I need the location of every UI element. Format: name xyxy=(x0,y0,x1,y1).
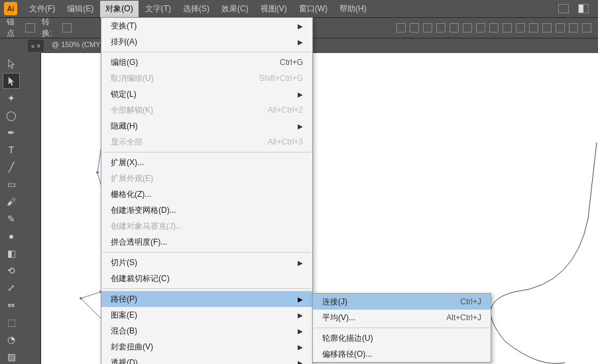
dd-item-12[interactable]: 栅格化(Z)... xyxy=(101,186,312,202)
dd-item-21[interactable]: 图案(E)▶ xyxy=(101,307,312,323)
dd-label-21: 图案(E) xyxy=(111,310,137,321)
rotate-tool[interactable]: ⟲ xyxy=(3,263,20,278)
sm-label-1: 平均(V)... xyxy=(322,312,355,324)
align-4[interactable] xyxy=(436,23,446,32)
layout-icon-1[interactable] xyxy=(558,4,569,13)
menu-1[interactable]: 编辑(E) xyxy=(62,1,99,17)
dd-item-14: 创建对象马赛克(J)... xyxy=(101,218,312,234)
dd-sep-2 xyxy=(103,52,311,52)
sm-shortcut-1: Alt+Ctrl+J xyxy=(446,313,481,322)
lasso-tool[interactable]: ◯ xyxy=(3,107,20,123)
dd-item-1[interactable]: 排列(A)▶ xyxy=(101,34,312,50)
document-tab[interactable]: @ 150% (CMY xyxy=(46,38,106,53)
dd-item-6: 全部解锁(K)Alt+Ctrl+2 xyxy=(101,102,312,118)
align-5[interactable] xyxy=(449,23,459,32)
sm-item-0[interactable]: 连接(J)Ctrl+J xyxy=(313,294,491,310)
panel-collapse[interactable]: « × xyxy=(28,40,44,52)
blob-brush-tool[interactable]: ● xyxy=(3,228,20,244)
align-12[interactable] xyxy=(542,23,552,32)
paintbrush-tool[interactable]: 🖌 xyxy=(3,194,20,210)
dd-item-13[interactable]: 创建渐变网格(D)... xyxy=(101,202,312,218)
sm-shortcut-0: Ctrl+J xyxy=(460,297,481,306)
dd-shortcut-3: Ctrl+G xyxy=(280,58,303,67)
dd-label-7: 隐藏(H) xyxy=(111,121,138,132)
dd-label-17: 切片(S) xyxy=(111,257,137,269)
dd-item-7[interactable]: 隐藏(H)▶ xyxy=(101,118,312,134)
align-3[interactable] xyxy=(423,23,432,32)
dd-item-18[interactable]: 创建裁切标记(C) xyxy=(101,271,312,286)
convert-icon[interactable] xyxy=(62,23,72,32)
scale-tool[interactable]: ⤢ xyxy=(3,280,20,296)
dd-label-23: 封套扭曲(V) xyxy=(111,341,153,353)
pen-tool[interactable]: ✒ xyxy=(3,125,20,141)
pencil-tool[interactable]: ✎ xyxy=(3,211,20,227)
dd-item-23[interactable]: 封套扭曲(V)▶ xyxy=(101,339,312,355)
object-menu-dropdown: 变换(T)▶排列(A)▶编组(G)Ctrl+G取消编组(U)Shift+Ctrl… xyxy=(101,17,313,364)
align-8[interactable] xyxy=(489,23,499,32)
dd-item-5[interactable]: 锁定(L)▶ xyxy=(101,86,312,102)
align-1[interactable] xyxy=(396,23,406,32)
dd-label-6: 全部解锁(K) xyxy=(111,105,153,116)
sm-sep-2 xyxy=(314,328,489,328)
magic-wand-tool[interactable]: ✦ xyxy=(3,90,20,106)
rectangle-tool[interactable]: ▭ xyxy=(3,176,20,192)
align-11[interactable] xyxy=(529,23,538,32)
type-tool[interactable]: T xyxy=(3,142,20,158)
dd-item-10[interactable]: 扩展(X)... xyxy=(101,154,312,170)
dd-label-5: 锁定(L) xyxy=(111,89,137,100)
dd-item-0[interactable]: 变换(T)▶ xyxy=(101,18,312,34)
menu-0[interactable]: 文件(F) xyxy=(24,1,60,17)
dd-label-24: 透视(D) xyxy=(111,357,138,365)
menu-2[interactable]: 对象(O) xyxy=(100,1,138,17)
dd-item-3[interactable]: 编组(G)Ctrl+G xyxy=(101,54,312,70)
eraser-tool[interactable]: ◧ xyxy=(3,245,20,261)
align-13[interactable] xyxy=(556,23,565,32)
anchor-icon[interactable] xyxy=(25,23,34,32)
dd-item-22[interactable]: 混合(B)▶ xyxy=(101,323,312,339)
layout-icon-2[interactable] xyxy=(578,4,589,13)
align-14[interactable] xyxy=(569,23,578,32)
align-10[interactable] xyxy=(516,23,525,32)
shape-builder-tool[interactable]: ◔ xyxy=(3,332,20,347)
sm-item-4[interactable]: 偏移路径(O)... xyxy=(313,346,491,362)
sm-item-1[interactable]: 平均(V)...Alt+Ctrl+J xyxy=(313,310,491,326)
menu-5[interactable]: 效果(C) xyxy=(216,1,254,17)
direct-selection-tool[interactable] xyxy=(3,73,20,89)
menu-3[interactable]: 文字(T) xyxy=(140,1,176,17)
dd-arrow-23: ▶ xyxy=(298,343,303,351)
perspective-tool[interactable]: ▨ xyxy=(3,349,20,364)
dd-label-10: 扩展(X)... xyxy=(111,157,144,168)
line-tool[interactable]: ╱ xyxy=(3,159,20,175)
dd-arrow-5: ▶ xyxy=(298,91,303,98)
align-7[interactable] xyxy=(476,23,485,32)
width-tool[interactable]: ⇔ xyxy=(3,297,20,313)
dd-arrow-1: ▶ xyxy=(298,38,303,46)
dd-arrow-21: ▶ xyxy=(298,312,303,319)
menu-6[interactable]: 视图(V) xyxy=(255,1,292,17)
dd-label-0: 变换(T) xyxy=(111,21,137,32)
align-15[interactable] xyxy=(582,23,591,32)
menu-8[interactable]: 帮助(H) xyxy=(334,1,372,17)
app-logo: Ai xyxy=(4,2,17,15)
align-9[interactable] xyxy=(503,23,512,32)
dd-label-14: 创建对象马赛克(J)... xyxy=(111,221,182,232)
dd-item-24[interactable]: 透视(D)▶ xyxy=(101,355,312,364)
dd-label-15: 拼合透明度(F)... xyxy=(111,237,167,248)
dd-item-17[interactable]: 切片(S)▶ xyxy=(101,255,312,271)
dd-label-3: 编组(G) xyxy=(111,57,138,68)
svg-point-5 xyxy=(80,297,82,300)
align-group xyxy=(396,23,591,32)
free-transform-tool[interactable]: ⬚ xyxy=(3,314,20,330)
menu-7[interactable]: 窗口(W) xyxy=(294,1,333,17)
dd-item-11: 扩展外观(E) xyxy=(101,170,312,186)
dd-item-15[interactable]: 拼合透明度(F)... xyxy=(101,234,312,250)
menu-4[interactable]: 选择(S) xyxy=(178,1,215,17)
dd-label-22: 混合(B) xyxy=(111,326,137,337)
sm-item-3[interactable]: 轮廓化描边(U) xyxy=(313,330,491,346)
dd-item-20[interactable]: 路径(P)▶ xyxy=(101,291,312,307)
align-2[interactable] xyxy=(410,23,419,32)
dd-label-11: 扩展外观(E) xyxy=(111,173,153,184)
align-6[interactable] xyxy=(463,23,472,32)
menu-right-widgets xyxy=(558,4,598,13)
selection-tool[interactable] xyxy=(3,56,20,72)
